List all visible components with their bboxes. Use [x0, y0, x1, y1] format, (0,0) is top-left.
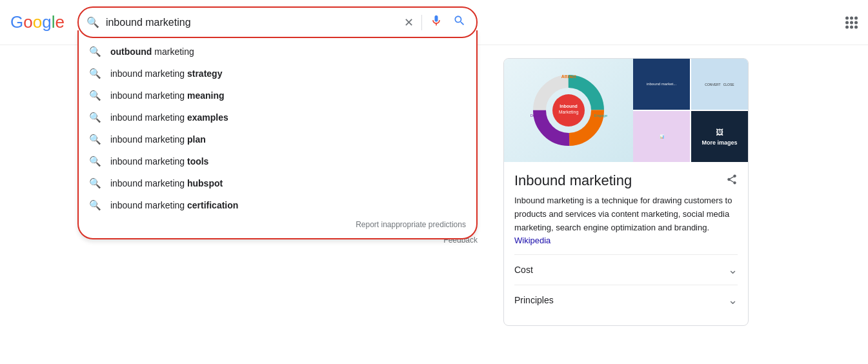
kp-share-button[interactable] — [726, 174, 738, 188]
image-icon: 🖼 — [716, 128, 723, 137]
header: G o o g l e 🔍 ✕ — [0, 0, 868, 45]
ac-text-1: inbound marketing strategy — [110, 68, 223, 79]
voice-search-button[interactable] — [427, 13, 445, 32]
logo-o2: o — [33, 12, 42, 32]
search-box: 🔍 ✕ — [77, 6, 478, 38]
search-submit-icon — [453, 14, 466, 27]
svg-text:Delight: Delight — [530, 114, 543, 117]
autocomplete-item-6[interactable]: 🔍 inbound marketing hubspot — [79, 172, 476, 194]
mic-icon — [430, 14, 443, 27]
ac-search-icon-2: 🔍 — [89, 90, 101, 101]
svg-text:Attract: Attract — [561, 74, 576, 79]
autocomplete-item-1[interactable]: 🔍 inbound marketing strategy — [79, 63, 476, 85]
logo-o1: o — [23, 12, 32, 32]
ac-search-icon-3: 🔍 — [89, 112, 101, 123]
kp-img-cell-2[interactable]: 📊 — [633, 111, 690, 162]
vertical-divider — [421, 15, 422, 30]
search-button[interactable] — [450, 13, 469, 32]
autocomplete-item-5[interactable]: 🔍 inbound marketing tools — [79, 150, 476, 172]
autocomplete-item-7[interactable]: 🔍 inbound marketing certification — [79, 194, 476, 216]
google-logo: G o o g l e — [10, 12, 65, 32]
kp-img-label-0: inbound market... — [647, 82, 676, 86]
kp-description-text: Inbound marketing is a technique for dra… — [514, 196, 732, 232]
kp-section-principles[interactable]: Principles ⌄ — [514, 285, 738, 315]
autocomplete-item-4[interactable]: 🔍 inbound marketing plan — [79, 128, 476, 150]
kp-section-cost-label: Cost — [514, 265, 533, 275]
ac-text-3: inbound marketing examples — [110, 112, 228, 123]
ac-search-icon-1: 🔍 — [89, 68, 101, 79]
apps-dot — [845, 16, 849, 19]
ac-search-icon-4: 🔍 — [89, 134, 101, 145]
apps-dot — [845, 25, 849, 28]
ac-text-7: inbound marketing certification — [110, 200, 238, 210]
kp-main-image[interactable]: Inbound Marketing Attract Engage Delight — [504, 59, 633, 162]
ac-text-5: inbound marketing tools — [110, 156, 209, 167]
ac-search-icon-6: 🔍 — [89, 177, 101, 189]
apps-dot — [850, 16, 853, 19]
logo-e: e — [55, 12, 64, 32]
more-images-overlay[interactable]: 🖼 More images — [691, 111, 748, 162]
kp-description: Inbound marketing is a technique for dra… — [514, 194, 738, 248]
svg-text:Inbound: Inbound — [560, 104, 578, 108]
ac-search-icon-0: 🔍 — [89, 46, 101, 57]
kp-img-cell-1[interactable]: CONVERT CLOSE — [691, 59, 748, 110]
apps-dot — [850, 25, 853, 28]
logo-g2: g — [42, 12, 51, 32]
share-icon — [726, 174, 738, 185]
kp-images: Inbound Marketing Attract Engage Delight… — [504, 59, 748, 162]
autocomplete-item-2[interactable]: 🔍 inbound marketing meaning — [79, 85, 476, 106]
search-icon-left: 🔍 — [86, 16, 99, 28]
ac-text-6: inbound marketing hubspot — [110, 178, 223, 188]
ac-search-icon-5: 🔍 — [89, 156, 101, 167]
chevron-down-icon-cost: ⌄ — [728, 263, 738, 277]
donut-chart-svg: Inbound Marketing Attract Engage Delight — [530, 72, 607, 149]
svg-text:Marketing: Marketing — [559, 110, 579, 115]
right-column: Inbound Marketing Attract Engage Delight… — [503, 58, 749, 326]
kp-img-label-1: CONVERT CLOSE — [705, 83, 734, 86]
apps-dot — [845, 21, 849, 24]
kp-img-label-2: 📊 — [660, 134, 664, 139]
apps-dot — [850, 21, 853, 24]
apps-dot — [854, 25, 858, 28]
kp-img-cell-0[interactable]: inbound market... — [633, 59, 690, 110]
apps-dot — [854, 21, 858, 24]
clear-button[interactable]: ✕ — [401, 14, 416, 31]
kp-title: Inbound marketing — [514, 172, 632, 189]
autocomplete-dropdown: 🔍 outbound marketing 🔍 inbound marketing… — [77, 30, 478, 239]
svg-text:Engage: Engage — [594, 114, 607, 117]
kp-image-grid: inbound market... CONVERT CLOSE 📊 🖼 More… — [633, 59, 748, 162]
ac-search-icon-7: 🔍 — [89, 199, 101, 211]
logo-g: G — [10, 12, 23, 32]
search-input[interactable] — [106, 17, 401, 28]
search-wrapper: 🔍 ✕ 🔍 — [77, 6, 478, 38]
kp-title-row: Inbound marketing — [514, 172, 738, 189]
knowledge-panel: Inbound Marketing Attract Engage Delight… — [503, 58, 749, 326]
autocomplete-item-3[interactable]: 🔍 inbound marketing examples — [79, 106, 476, 128]
report-predictions-link[interactable]: Report inappropriate predictions — [79, 216, 476, 233]
kp-body: Inbound marketing Inbound marketing is a… — [504, 162, 748, 325]
apps-icon[interactable] — [845, 16, 858, 28]
search-actions: ✕ — [401, 13, 469, 32]
autocomplete-item-0[interactable]: 🔍 outbound marketing — [79, 41, 476, 63]
kp-wiki-link[interactable]: Wikipedia — [514, 236, 550, 245]
more-images-label: More images — [701, 139, 737, 146]
kp-img-cell-3[interactable]: 🖼 More images — [691, 111, 748, 162]
kp-section-principles-label: Principles — [514, 295, 554, 305]
ac-text-2: inbound marketing meaning — [110, 90, 225, 101]
apps-dot — [854, 16, 858, 19]
kp-section-cost[interactable]: Cost ⌄ — [514, 254, 738, 285]
ac-text-0: outbound marketing — [110, 46, 194, 57]
chevron-down-icon-principles: ⌄ — [728, 293, 738, 307]
ac-text-4: inbound marketing plan — [110, 134, 206, 145]
